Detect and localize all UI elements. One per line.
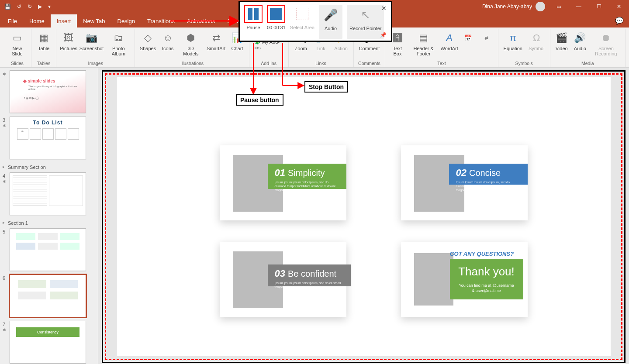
- card2-number: 02: [456, 167, 467, 178]
- wordart-button[interactable]: AWordArt: [440, 29, 459, 60]
- text-more-2[interactable]: #: [478, 29, 495, 60]
- tab-transitions[interactable]: Transitions: [141, 14, 181, 27]
- card1-number: 01: [275, 167, 285, 178]
- slideshow-icon[interactable]: ▶: [38, 3, 42, 10]
- card2-sub: Ipsum ipsum ipsum dolor ipsum, sed do ei…: [456, 180, 521, 192]
- section-1[interactable]: Section 1: [0, 218, 98, 227]
- photo-album-button[interactable]: 🗂Photo Album: [105, 29, 132, 60]
- pause-recording-button[interactable]: Pause: [244, 5, 263, 39]
- card3-sub: Ipsum ipsum ipsum dolor ipsum, sed do ei…: [275, 281, 344, 289]
- equation-button[interactable]: πEquation: [501, 29, 525, 60]
- date-icon: 📅: [461, 31, 475, 45]
- slide-thumb-5[interactable]: [10, 228, 86, 271]
- card3-title: Be confident: [288, 269, 336, 278]
- qat-more-icon[interactable]: ▾: [48, 3, 51, 10]
- slide-number-3: 3: [3, 117, 5, 123]
- tab-insert[interactable]: Insert: [51, 14, 77, 27]
- video-icon: 🎬: [555, 31, 569, 45]
- record-pointer-button[interactable]: ↖ Record Pointer: [347, 5, 384, 39]
- new-slide-icon: ▭: [10, 31, 24, 45]
- shapes-button[interactable]: ◇Shapes: [138, 29, 158, 60]
- tab-file[interactable]: File: [2, 14, 23, 27]
- header-footer-button[interactable]: ▤Header & Footer: [408, 29, 439, 60]
- microphone-icon: 🎤: [324, 8, 338, 22]
- tab-design[interactable]: Design: [111, 14, 141, 27]
- group-slides-label: Slides: [11, 60, 24, 67]
- slide-star: ✱: [3, 72, 6, 76]
- symbol-button[interactable]: ΩSymbol: [526, 29, 547, 60]
- group-tables-label: Tables: [37, 60, 50, 67]
- 3d-models-button[interactable]: ⬢3D Models: [178, 29, 204, 60]
- thanks-title: Thank you!: [458, 265, 515, 278]
- minimize-button[interactable]: —: [569, 0, 589, 13]
- header-footer-icon: ▤: [417, 31, 431, 45]
- slide-number-4: 4: [3, 173, 5, 179]
- user-avatar-icon[interactable]: [536, 2, 545, 11]
- tab-home[interactable]: Home: [23, 14, 51, 27]
- close-button[interactable]: ✕: [609, 0, 629, 13]
- group-comments-label: Comments: [358, 60, 380, 67]
- new-slide-button[interactable]: ▭New Slide: [6, 29, 28, 60]
- recording-toolbar: Pause 00:00:31 Select Area 🎤 Audio ↖ Rec…: [238, 1, 392, 42]
- shapes-icon: ◇: [141, 31, 155, 45]
- slide-thumb-6[interactable]: [10, 275, 86, 317]
- group-media-label: Media: [581, 60, 594, 67]
- slide-number-7: 7: [3, 322, 5, 327]
- recording-close-button[interactable]: ✕: [381, 5, 387, 12]
- redo-icon[interactable]: ↻: [28, 3, 32, 10]
- pause-label: Pause: [246, 25, 260, 30]
- ribbon-mode-button[interactable]: ▭: [549, 0, 569, 13]
- screenshot-icon: 📷: [85, 31, 99, 45]
- recording-timer: 00:00:31: [267, 25, 286, 30]
- equation-icon: π: [506, 31, 520, 45]
- pictures-icon: 🖼: [62, 31, 76, 45]
- table-icon: ▦: [37, 31, 51, 45]
- group-text-label: Text: [437, 60, 446, 67]
- group-images-label: Images: [88, 60, 103, 67]
- undo-icon[interactable]: ↺: [17, 3, 21, 10]
- slide-thumbnails-panel[interactable]: ✱ ◆ simple slides The largest library of…: [0, 68, 98, 364]
- audio-icon: 🔊: [573, 31, 587, 45]
- pause-icon: [248, 8, 259, 20]
- symbol-icon: Ω: [529, 31, 543, 45]
- comments-pane-icon[interactable]: 💬: [610, 14, 629, 27]
- maximize-button[interactable]: ☐: [589, 0, 609, 13]
- slide-thumb-4[interactable]: [10, 172, 86, 215]
- record-pointer-label: Record Pointer: [349, 26, 381, 31]
- record-audio-button[interactable]: 🎤 Audio: [319, 5, 342, 39]
- annotation-pause: Pause button: [236, 94, 283, 106]
- smartart-button[interactable]: ⇄SmartArt: [205, 29, 228, 60]
- slide-number-icon: #: [480, 31, 494, 45]
- card2-title: Concise: [469, 168, 501, 178]
- stop-recording-button[interactable]: 00:00:31: [267, 5, 286, 39]
- tab-animations[interactable]: Animations: [181, 14, 221, 27]
- slide-thumb-2[interactable]: ◆ simple slides The largest library of i…: [10, 70, 86, 113]
- tab-newtab[interactable]: New Tab: [77, 14, 111, 27]
- recording-pin-button[interactable]: 📌: [380, 32, 387, 38]
- textbox-icon: 🅰: [391, 31, 404, 45]
- section-summary[interactable]: Summary Section: [0, 162, 98, 172]
- stop-icon: [270, 8, 282, 20]
- save-icon[interactable]: 💾: [4, 3, 11, 10]
- slide-number-6: 6: [3, 275, 5, 281]
- group-addins-label: Add-ins: [261, 60, 276, 67]
- screenshot-button[interactable]: 📷Screenshot: [79, 29, 104, 60]
- text-more-1[interactable]: 📅: [460, 29, 477, 60]
- wordart-icon: A: [442, 31, 456, 45]
- screen-recording-button[interactable]: ⏺Screen Recording: [590, 29, 622, 60]
- select-area-button[interactable]: Select Area: [290, 5, 314, 39]
- audio-button[interactable]: 🔊Audio: [571, 29, 589, 60]
- user-area[interactable]: Dina Jane Abay-abay: [482, 2, 549, 11]
- video-button[interactable]: 🎬Video: [553, 29, 570, 60]
- pictures-button[interactable]: 🖼Pictures: [59, 29, 78, 60]
- slide-stage[interactable]: 01Simplicity Ipsum ipsum ipsum dolor ips…: [98, 68, 629, 364]
- slide-thumb-7[interactable]: Consistency: [10, 321, 86, 364]
- slide-thumb-3[interactable]: To Do List ▭: [10, 117, 86, 159]
- icons-button[interactable]: ☺Icons: [159, 29, 177, 60]
- current-slide[interactable]: 01Simplicity Ipsum ipsum ipsum dolor ips…: [117, 77, 611, 356]
- content-area: ✱ ◆ simple slides The largest library of…: [0, 68, 629, 364]
- screen-recording-icon: ⏺: [599, 31, 613, 45]
- select-area-icon: [296, 8, 308, 20]
- group-links-label: Links: [315, 60, 326, 67]
- table-button[interactable]: ▦Table: [34, 29, 53, 60]
